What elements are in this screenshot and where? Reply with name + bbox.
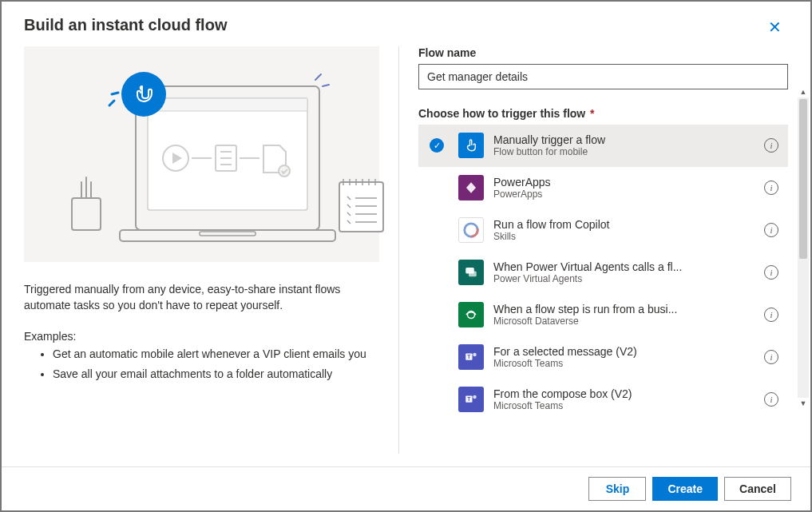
trigger-label: Choose how to trigger this flow * (418, 107, 788, 120)
dialog-title: Build an instant cloud flow (24, 16, 227, 34)
trigger-label-text: Choose how to trigger this flow (418, 107, 585, 120)
trigger-subtitle: PowerApps (493, 189, 758, 200)
touch-icon (458, 133, 484, 158)
flow-name-label: Flow name (418, 46, 788, 59)
svg-point-31 (473, 353, 477, 357)
trigger-item[interactable]: When a flow step is run from a busi...Mi… (418, 294, 788, 336)
trigger-subtitle: Microsoft Teams (493, 358, 758, 369)
trigger-item[interactable]: Run a flow from CopilotSkillsi (418, 209, 788, 252)
trigger-text: PowerAppsPowerApps (493, 176, 758, 200)
trigger-list[interactable]: ✓Manually trigger a flowFlow button for … (418, 125, 788, 436)
svg-rect-20 (339, 182, 383, 232)
right-column: Flow name Choose how to trigger this flo… (399, 46, 788, 454)
dialog-header: Build an instant cloud flow ✕ (2, 2, 810, 46)
trigger-item[interactable]: TFrom the compose box (V2)Microsoft Team… (418, 379, 788, 421)
trigger-title: When a flow step is run from a busi... (493, 303, 758, 316)
trigger-subtitle: Power Virtual Agents (493, 273, 758, 284)
teams-icon: T (458, 387, 484, 412)
skip-button[interactable]: Skip (588, 477, 646, 501)
svg-point-14 (121, 72, 166, 117)
dataverse-icon (458, 302, 484, 327)
chat-icon (458, 260, 484, 285)
svg-rect-1 (148, 98, 307, 210)
check-icon: ✓ (430, 138, 444, 153)
info-icon[interactable]: i (764, 350, 778, 364)
info-icon[interactable]: i (764, 181, 778, 195)
examples-heading: Examples: (24, 330, 379, 343)
scroll-down-icon[interactable]: ▼ (798, 398, 809, 409)
scrollbar[interactable]: ▲ ▼ (798, 97, 809, 398)
trigger-text: From the compose box (V2)Microsoft Teams (493, 387, 758, 411)
required-indicator: * (587, 107, 594, 120)
svg-line-17 (315, 74, 321, 80)
svg-rect-19 (72, 198, 101, 230)
trigger-title: PowerApps (493, 176, 758, 189)
info-icon[interactable]: i (764, 265, 778, 280)
info-icon[interactable]: i (764, 392, 778, 407)
trigger-subtitle: Microsoft Teams (493, 400, 758, 411)
left-column: Triggered manually from any device, easy… (24, 46, 399, 454)
svg-rect-28 (469, 272, 477, 277)
trigger-item[interactable]: When Power Virtual Agents calls a fl...P… (418, 252, 788, 294)
scroll-up-icon[interactable]: ▲ (798, 86, 809, 97)
illustration-svg (24, 46, 399, 262)
svg-line-18 (323, 85, 329, 86)
list-item: Get an automatic mobile alert whenever a… (53, 346, 379, 363)
trigger-text: Run a flow from CopilotSkills (493, 218, 758, 242)
trigger-title: Manually trigger a flow (493, 133, 758, 146)
trigger-text: When Power Virtual Agents calls a fl...P… (493, 260, 758, 284)
list-item: Save all your email attachments to a fol… (53, 366, 379, 383)
trigger-title: Run a flow from Copilot (493, 218, 758, 231)
examples-list: Get an automatic mobile alert whenever a… (24, 346, 379, 383)
svg-line-16 (112, 93, 118, 94)
close-icon[interactable]: ✕ (762, 16, 788, 38)
create-button[interactable]: Create (652, 477, 718, 501)
dialog-footer: Skip Create Cancel (2, 466, 810, 510)
diamond-icon (458, 175, 484, 200)
svg-point-13 (279, 165, 290, 177)
trigger-item[interactable]: PowerAppsPowerAppsi (418, 167, 788, 209)
trigger-title: When Power Virtual Agents calls a fl... (493, 260, 758, 273)
copilot-icon (458, 217, 484, 243)
trigger-item[interactable]: TFor a selected message (V2)Microsoft Te… (418, 336, 788, 379)
build-flow-dialog: Build an instant cloud flow ✕ (0, 0, 812, 512)
trigger-title: For a selected message (V2) (493, 345, 758, 358)
scroll-thumb[interactable] (799, 99, 807, 259)
cancel-button[interactable]: Cancel (724, 477, 791, 501)
info-icon[interactable]: i (764, 138, 778, 153)
flow-name-input[interactable] (418, 64, 788, 89)
teams-icon: T (458, 344, 484, 370)
trigger-subtitle: Flow button for mobile (493, 146, 758, 157)
svg-rect-3 (200, 232, 255, 236)
svg-line-15 (109, 101, 114, 105)
trigger-subtitle: Skills (493, 231, 758, 242)
trigger-check: ✓ (425, 138, 449, 153)
trigger-text: Manually trigger a flowFlow button for m… (493, 133, 758, 157)
dialog-body: Triggered manually from any device, easy… (2, 46, 810, 454)
svg-rect-4 (148, 98, 307, 111)
trigger-subtitle: Microsoft Dataverse (493, 316, 758, 327)
trigger-item[interactable]: ✓Manually trigger a flowFlow button for … (418, 125, 788, 167)
trigger-title: From the compose box (V2) (493, 387, 758, 400)
info-icon[interactable]: i (764, 308, 778, 322)
description-text: Triggered manually from any device, easy… (24, 281, 379, 314)
info-icon[interactable]: i (764, 223, 778, 237)
svg-point-34 (473, 395, 477, 399)
illustration (24, 46, 379, 262)
trigger-text: For a selected message (V2)Microsoft Tea… (493, 345, 758, 369)
trigger-text: When a flow step is run from a busi...Mi… (493, 303, 758, 327)
